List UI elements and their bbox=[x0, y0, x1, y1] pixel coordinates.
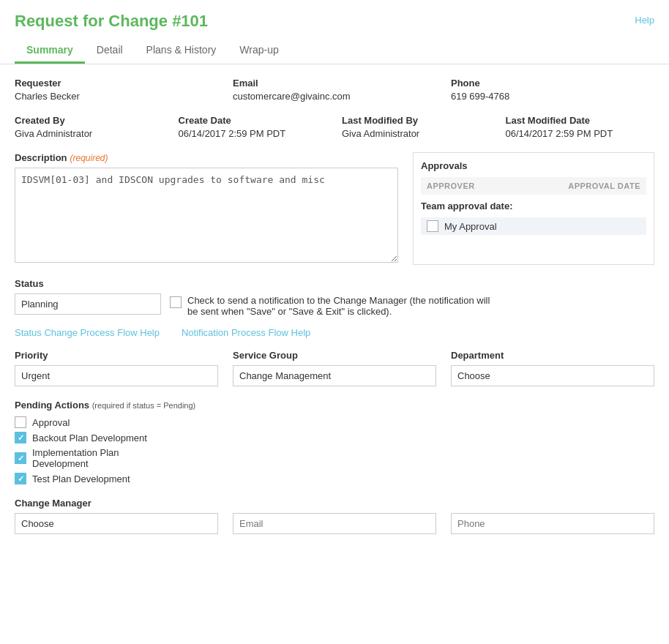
flow-links: Status Change Process Flow Help Notifica… bbox=[15, 327, 654, 338]
help-link[interactable]: Help bbox=[635, 15, 654, 26]
pending-backout-label: Backout Plan Development bbox=[32, 433, 147, 443]
tab-plans-history[interactable]: Plans & History bbox=[135, 38, 228, 64]
pending-backout-checkbox[interactable]: ✓ bbox=[15, 432, 26, 443]
pending-approval-checkbox[interactable] bbox=[15, 416, 26, 428]
service-group-select-wrapper: Change Management IT Operations Support bbox=[233, 365, 436, 386]
status-select-wrapper: Planning Pending Approved Implemented Cl… bbox=[15, 293, 161, 315]
phone-value: 619 699-4768 bbox=[451, 91, 654, 102]
checkmark-icon-2: ✓ bbox=[18, 454, 24, 463]
tab-wrapup[interactable]: Wrap-up bbox=[228, 38, 290, 64]
notification-flow-link[interactable]: Notification Process Flow Help bbox=[182, 327, 310, 338]
requester-field: Requester Charles Becker bbox=[15, 78, 218, 102]
last-modified-date-field: Last Modified Date 06/14/2017 2:59 PM PD… bbox=[506, 115, 655, 139]
pending-implementation-label: Implementation PlanDevelopment bbox=[32, 447, 119, 469]
tabs-bar: Summary Detail Plans & History Wrap-up bbox=[15, 38, 654, 64]
requester-value: Charles Becker bbox=[15, 91, 218, 102]
pending-actions-required: (required if status = Pending) bbox=[92, 401, 196, 410]
department-block: Department Choose Engineering Finance HR… bbox=[451, 350, 654, 386]
department-select[interactable]: Choose Engineering Finance HR IT bbox=[451, 365, 654, 386]
priority-label: Priority bbox=[15, 350, 218, 361]
my-approval-checkbox[interactable] bbox=[427, 220, 438, 232]
pending-item-test: ✓ Test Plan Development bbox=[15, 473, 654, 484]
description-label: Description(required) bbox=[15, 152, 398, 163]
pending-item-implementation: ✓ Implementation PlanDevelopment bbox=[15, 447, 654, 469]
status-label: Status bbox=[15, 278, 654, 289]
pending-item-approval: Approval bbox=[15, 416, 654, 428]
tab-detail[interactable]: Detail bbox=[85, 38, 135, 64]
status-section: Status Planning Pending Approved Impleme… bbox=[15, 278, 654, 317]
pending-implementation-checkbox[interactable]: ✓ bbox=[15, 452, 26, 464]
page-title: Request for Change #101 bbox=[15, 12, 654, 31]
approvals-block: Approvals APPROVER APPROVAL DATE Team ap… bbox=[413, 152, 654, 265]
description-block: Description(required) IDSVM[01-03] and I… bbox=[15, 152, 398, 265]
approval-date-col-header: APPROVAL DATE bbox=[568, 181, 640, 190]
tab-summary[interactable]: Summary bbox=[15, 38, 85, 64]
pending-actions-label: Pending Actions (required if status = Pe… bbox=[15, 400, 654, 411]
priority-select-wrapper: Urgent High Medium Low bbox=[15, 365, 218, 386]
requester-label: Requester bbox=[15, 78, 218, 89]
change-manager-section: Change Manager Choose bbox=[15, 498, 654, 534]
department-select-wrapper: Choose Engineering Finance HR IT bbox=[451, 365, 654, 386]
priority-service-dept-row: Priority Urgent High Medium Low Service … bbox=[15, 350, 654, 386]
last-modified-date-label: Last Modified Date bbox=[506, 115, 655, 126]
created-by-label: Created By bbox=[15, 115, 164, 126]
change-manager-grid: Choose bbox=[15, 513, 654, 534]
description-textarea[interactable]: IDSVM[01-03] and IDSCON upgrades to soft… bbox=[15, 168, 398, 263]
change-manager-email[interactable] bbox=[233, 513, 436, 534]
my-approval-label: My Approval bbox=[444, 221, 497, 232]
change-manager-label: Change Manager bbox=[15, 498, 654, 509]
pending-actions-section: Pending Actions (required if status = Pe… bbox=[15, 400, 654, 484]
service-group-label: Service Group bbox=[233, 350, 436, 361]
department-label: Department bbox=[451, 350, 654, 361]
status-change-flow-link[interactable]: Status Change Process Flow Help bbox=[15, 327, 160, 338]
status-select[interactable]: Planning Pending Approved Implemented Cl… bbox=[15, 293, 161, 315]
created-by-field: Created By Giva Administrator bbox=[15, 115, 164, 139]
team-approval-label: Team approval date: bbox=[421, 201, 646, 211]
email-label: Email bbox=[233, 78, 436, 89]
notification-text: Check to send a notification to the Chan… bbox=[187, 295, 495, 317]
checkmark-icon: ✓ bbox=[18, 433, 24, 443]
pending-approval-label: Approval bbox=[32, 417, 70, 428]
pending-item-backout: ✓ Backout Plan Development bbox=[15, 432, 654, 443]
change-manager-select-wrapper: Choose bbox=[15, 513, 218, 534]
my-approval-row: My Approval bbox=[421, 217, 646, 235]
last-modified-by-label: Last Modified By bbox=[342, 115, 491, 126]
change-manager-select[interactable]: Choose bbox=[15, 513, 218, 534]
checkmark-icon-3: ✓ bbox=[18, 474, 24, 484]
priority-select[interactable]: Urgent High Medium Low bbox=[15, 365, 218, 386]
pending-test-checkbox[interactable]: ✓ bbox=[15, 473, 26, 484]
phone-field: Phone 619 699-4768 bbox=[451, 78, 654, 102]
service-group-block: Service Group Change Management IT Opera… bbox=[233, 350, 436, 386]
approvals-title: Approvals bbox=[421, 160, 646, 171]
email-field: Email customercare@givainc.com bbox=[233, 78, 436, 102]
pending-test-label: Test Plan Development bbox=[32, 473, 130, 484]
priority-block: Priority Urgent High Medium Low bbox=[15, 350, 218, 386]
create-date-label: Create Date bbox=[179, 115, 328, 126]
notification-checkbox[interactable] bbox=[170, 296, 182, 308]
phone-label: Phone bbox=[451, 78, 654, 89]
change-manager-phone[interactable] bbox=[451, 513, 654, 534]
email-value: customercare@givainc.com bbox=[233, 91, 436, 102]
last-modified-by-value: Giva Administrator bbox=[342, 128, 491, 139]
approver-col-header: APPROVER bbox=[427, 181, 475, 190]
notification-wrapper: Check to send a notification to the Chan… bbox=[170, 295, 495, 317]
approvals-header: APPROVER APPROVAL DATE bbox=[421, 177, 646, 195]
last-modified-by-field: Last Modified By Giva Administrator bbox=[342, 115, 491, 139]
last-modified-date-value: 06/14/2017 2:59 PM PDT bbox=[506, 128, 655, 139]
create-date-value: 06/14/2017 2:59 PM PDT bbox=[179, 128, 328, 139]
service-group-select[interactable]: Change Management IT Operations Support bbox=[233, 365, 436, 386]
create-date-field: Create Date 06/14/2017 2:59 PM PDT bbox=[179, 115, 328, 139]
description-required: (required) bbox=[70, 153, 108, 163]
created-by-value: Giva Administrator bbox=[15, 128, 164, 139]
